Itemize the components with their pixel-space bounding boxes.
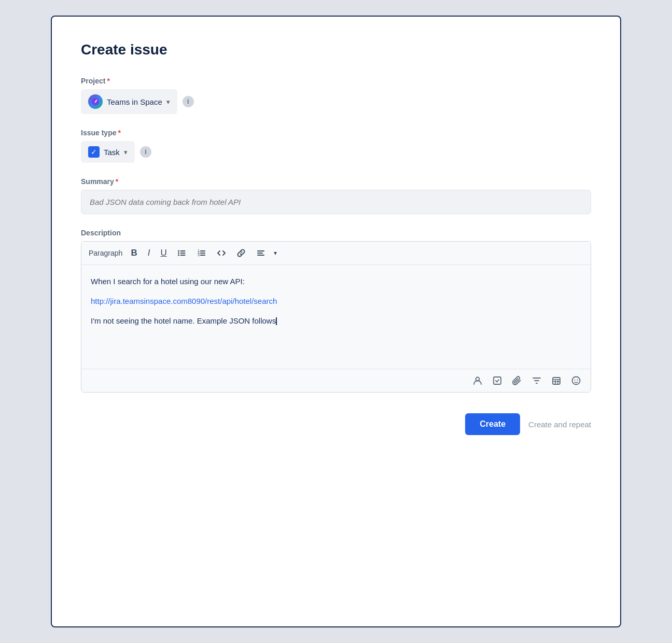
summary-field-group: Summary * [81, 177, 591, 214]
toolbar-unordered-list-button[interactable] [175, 247, 189, 259]
project-dropdown[interactable]: Teams in Space ▾ [81, 89, 177, 114]
toolbar-link-button[interactable] [234, 247, 248, 259]
create-button[interactable]: Create [465, 413, 520, 435]
issue-type-field-group: Issue type * ✓ Task ▾ i [81, 129, 591, 163]
summary-required-star: * [116, 177, 118, 186]
svg-rect-14 [257, 250, 264, 251]
project-required-star: * [107, 77, 109, 85]
issue-type-label: Issue type * [81, 129, 591, 137]
toolbar-mention-button[interactable] [472, 375, 483, 386]
svg-point-1 [94, 102, 95, 103]
svg-rect-15 [257, 253, 263, 254]
description-field-group: Description Paragraph B I U [81, 229, 591, 393]
issue-type-value: Task [104, 148, 120, 157]
svg-text:3.: 3. [198, 253, 201, 257]
svg-point-25 [575, 380, 576, 381]
svg-rect-18 [494, 377, 501, 384]
description-editor: Paragraph B I U [81, 241, 591, 393]
toolbar-emoji-button[interactable] [571, 375, 581, 386]
svg-point-2 [178, 250, 179, 252]
svg-rect-16 [257, 255, 264, 256]
editor-bottom-bar [81, 369, 591, 392]
modal-title: Create issue [81, 41, 591, 58]
svg-rect-11 [200, 253, 205, 254]
toolbar-bold-button[interactable]: B [129, 247, 139, 259]
toolbar-italic-button[interactable]: I [146, 247, 152, 259]
toolbar-filter-button[interactable] [531, 375, 542, 386]
project-label: Project * [81, 77, 591, 85]
project-dropdown-row: Teams in Space ▾ i [81, 89, 591, 114]
text-cursor [276, 317, 277, 325]
project-value: Teams in Space [107, 97, 162, 106]
svg-rect-9 [200, 250, 205, 251]
description-label: Description [81, 229, 591, 237]
toolbar-align-chevron: ▾ [274, 249, 277, 257]
svg-point-24 [572, 377, 580, 385]
svg-rect-3 [180, 250, 185, 251]
toolbar-paragraph-label: Paragraph [89, 249, 122, 257]
toolbar-ordered-list-button[interactable]: 1. 2. 3. [195, 247, 208, 259]
create-issue-modal: Create issue Project * [51, 16, 621, 627]
editor-link[interactable]: http://jira.teamsinspace.com8090/rest/ap… [91, 297, 277, 305]
svg-point-4 [178, 253, 179, 254]
create-and-repeat-button[interactable]: Create and repeat [528, 420, 591, 429]
project-field-group: Project * [81, 77, 591, 114]
toolbar-code-button[interactable] [215, 247, 228, 259]
issue-type-dropdown[interactable]: ✓ Task ▾ [81, 141, 135, 163]
svg-rect-7 [180, 255, 185, 256]
toolbar-task-button[interactable] [492, 375, 502, 386]
issue-type-chevron-icon: ▾ [124, 148, 128, 156]
svg-point-6 [178, 255, 179, 256]
svg-rect-13 [200, 255, 205, 256]
task-checkbox-icon: ✓ [88, 146, 100, 158]
issue-type-required-star: * [118, 129, 120, 137]
issue-type-info-icon[interactable]: i [140, 146, 151, 158]
editor-content[interactable]: When I search for a hotel using our new … [81, 265, 591, 369]
chevron-down-icon: ▾ [166, 98, 170, 106]
svg-point-26 [577, 380, 578, 381]
project-icon [88, 94, 103, 109]
editor-line-2: http://jira.teamsinspace.com8090/rest/ap… [91, 295, 581, 307]
toolbar-underline-button[interactable]: U [158, 247, 169, 259]
svg-rect-5 [180, 253, 185, 254]
editor-line-1: When I search for a hotel using our new … [91, 275, 581, 288]
toolbar-align-button[interactable] [254, 247, 268, 259]
summary-input[interactable] [81, 190, 591, 214]
svg-rect-19 [553, 378, 560, 384]
issue-type-dropdown-row: ✓ Task ▾ i [81, 141, 591, 163]
editor-line-3: I'm not seeing the hotel name. Example J… [91, 315, 581, 327]
summary-label: Summary * [81, 177, 591, 186]
toolbar-attachment-button[interactable] [512, 375, 522, 386]
action-row: Create Create and repeat [81, 413, 591, 435]
editor-toolbar: Paragraph B I U [81, 242, 591, 265]
project-info-icon[interactable]: i [183, 96, 194, 107]
toolbar-table-button[interactable] [551, 375, 562, 386]
